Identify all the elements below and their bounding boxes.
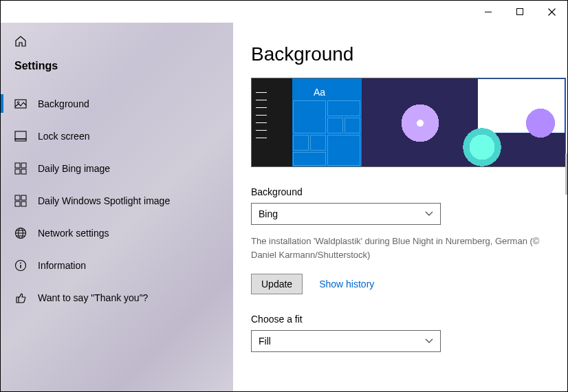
svg-rect-4 [15, 131, 26, 139]
background-dropdown[interactable]: Bing [251, 203, 441, 225]
image-icon [14, 98, 27, 110]
fit-dropdown[interactable]: Fill [251, 330, 441, 352]
update-button[interactable]: Update [251, 274, 303, 294]
svg-rect-12 [15, 202, 20, 206]
svg-rect-13 [21, 202, 26, 206]
svg-rect-6 [15, 163, 20, 168]
info-icon [14, 259, 27, 272]
content-area: Background Aa [233, 23, 567, 391]
globe-icon [14, 227, 27, 239]
sidebar-item-label: Background [38, 98, 89, 109]
sidebar-item-background[interactable]: Background [1, 87, 233, 120]
svg-rect-10 [15, 195, 20, 200]
scrollbar[interactable] [565, 153, 567, 195]
sidebar-item-label: Daily Windows Spotlight image [38, 195, 170, 206]
home-button[interactable] [1, 35, 233, 53]
dropdown-value: Fill [259, 336, 271, 347]
chevron-down-icon [425, 209, 433, 219]
preview-decor [520, 102, 561, 144]
preview-tiles: Aa [293, 78, 362, 167]
grid-icon [14, 162, 27, 175]
maximize-button[interactable] [504, 1, 536, 23]
background-label: Background [251, 186, 549, 197]
lockscreen-icon [14, 130, 27, 142]
svg-rect-8 [15, 169, 20, 174]
svg-rect-11 [21, 195, 26, 200]
preview-taskbar-ticks [256, 85, 267, 145]
sidebar-item-bing[interactable]: Daily Bing image [1, 152, 233, 184]
svg-rect-5 [15, 139, 26, 141]
sidebar-item-information[interactable]: Information [1, 249, 233, 281]
sample-text: Aa [314, 87, 325, 98]
sidebar-item-lockscreen[interactable]: Lock screen [1, 120, 233, 152]
dropdown-value: Bing [259, 208, 278, 219]
desktop-preview: Aa [251, 78, 566, 167]
sidebar: Settings Background Lock screen Daily Bi… [1, 23, 233, 391]
preview-decor [458, 127, 506, 167]
settings-label: Settings [1, 53, 233, 87]
svg-rect-7 [21, 163, 26, 168]
sidebar-item-spotlight[interactable]: Daily Windows Spotlight image [1, 184, 233, 217]
sidebar-item-label: Information [38, 260, 86, 271]
home-icon [14, 35, 27, 47]
titlebar [1, 1, 567, 23]
page-title: Background [251, 43, 549, 65]
sidebar-item-label: Lock screen [38, 131, 89, 142]
fit-label: Choose a fit [251, 314, 549, 325]
svg-rect-18 [20, 265, 21, 268]
svg-point-3 [17, 101, 19, 103]
preview-decor [396, 99, 444, 147]
show-history-link[interactable]: Show history [319, 279, 374, 290]
thumbsup-icon [14, 292, 27, 304]
svg-rect-9 [21, 169, 26, 174]
sidebar-item-label: Want to say "Thank you"? [38, 292, 148, 303]
close-button[interactable] [536, 1, 567, 23]
sidebar-item-network[interactable]: Network settings [1, 217, 233, 249]
sidebar-item-label: Daily Bing image [38, 163, 110, 174]
minimize-button[interactable] [472, 1, 504, 23]
chevron-down-icon [425, 336, 433, 346]
settings-window: Settings Background Lock screen Daily Bi… [0, 0, 568, 392]
sidebar-item-thanks[interactable]: Want to say "Thank you"? [1, 281, 233, 314]
image-caption: The installation 'Waldplastik' during Bl… [251, 235, 549, 261]
sidebar-item-label: Network settings [38, 228, 109, 239]
grid-icon [14, 195, 27, 207]
svg-rect-0 [485, 12, 492, 12]
svg-point-17 [20, 262, 21, 263]
svg-rect-1 [517, 9, 523, 15]
